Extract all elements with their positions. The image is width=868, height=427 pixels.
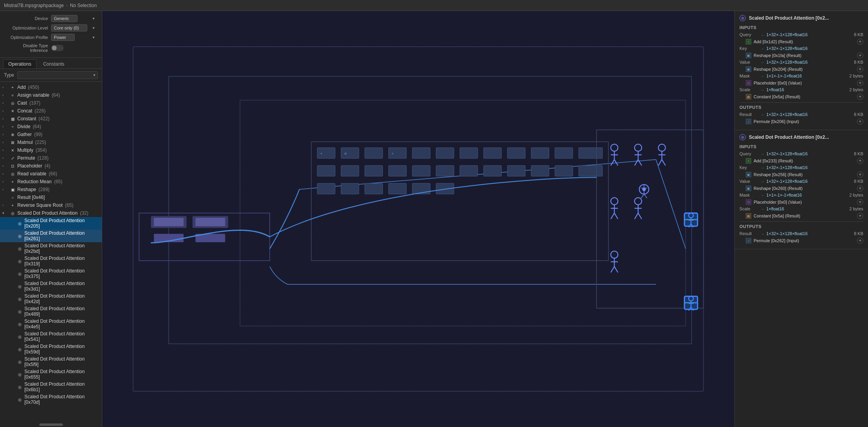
expand-arrow-sdpa[interactable]: ▾: [2, 211, 8, 215]
ops-item-concat[interactable]: ›✕Concat (226): [0, 107, 102, 115]
op-count-concat: (226): [35, 108, 46, 114]
reshape-icon: ▣: [746, 53, 751, 58]
expand-arrow-assign[interactable]: ›: [2, 93, 8, 97]
ops-item-sdpa_0x59d[interactable]: ◎Scaled Dot Product Attention [0x59d]: [0, 343, 102, 355]
ops-item-reshape[interactable]: ›▣Reshape (289): [0, 186, 102, 193]
op-icon-sdpa_0x319: ◎: [17, 258, 23, 264]
reshape-icon-2: ▣: [746, 66, 751, 72]
ops-item-sdpa_0x375[interactable]: ◎Scaled Dot Product Attention [0x375]: [0, 267, 102, 280]
opt-level-select[interactable]: Core only (0): [51, 24, 87, 31]
ops-item-constant[interactable]: ›▦Constant (422): [0, 115, 102, 123]
op-count-cast: (197): [29, 100, 40, 106]
ops-item-sdpa_0x42d[interactable]: ◎Scaled Dot Product Attention [0x42d]: [0, 293, 102, 305]
disable-type-toggle[interactable]: [51, 45, 64, 51]
ops-item-permute[interactable]: ›⤢Permute (128): [0, 154, 102, 162]
expand-arrow-reshape[interactable]: ›: [2, 188, 8, 191]
op-icon-sdpa_0x655: ◎: [17, 371, 23, 377]
ops-item-placeholder[interactable]: ›⊡Placeholder (4): [0, 162, 102, 170]
ops-item-sdpa_0x70d[interactable]: ◎Scaled Dot Product Attention [0x70d]: [0, 393, 102, 406]
permute-icon: ⤢: [746, 119, 751, 124]
ops-item-read_variable[interactable]: ›◎Read variable (66): [0, 170, 102, 178]
op-label-sdpa_0x261: Scaled Dot Product Attention [0x261]: [24, 230, 99, 241]
type-select[interactable]: [17, 71, 98, 79]
ops-item-reverse_sqrt[interactable]: ›+Reverse Square Root (65): [0, 201, 102, 209]
ops-item-reduction_mean[interactable]: ›+Reduction Mean (65): [0, 178, 102, 186]
expand-arrow-cast[interactable]: ›: [2, 101, 8, 105]
ops-item-matmul[interactable]: ›⊠Matmul (225): [0, 138, 102, 146]
expand-arrow-read_variable[interactable]: ›: [2, 172, 8, 176]
device-select[interactable]: Generic: [51, 15, 77, 22]
op-count-multiply: (354): [36, 147, 47, 153]
op-icon-sdpa_0x42d: ◎: [17, 296, 23, 302]
op-label-constant: Constant: [17, 116, 36, 121]
ops-item-sdpa_0x205[interactable]: ◎Scaled Dot Product Attention [0x205]: [0, 217, 102, 230]
constant-icon-2: ▦: [746, 213, 751, 219]
canvas-area[interactable]: + ✕ +: [102, 11, 734, 427]
op-count-reverse_sqrt: (65): [65, 202, 73, 208]
ops-item-divide[interactable]: ›÷Divide (64): [0, 123, 102, 131]
expand-arrow-multiply[interactable]: ›: [2, 148, 8, 152]
left-panel: Device Generic Optimization Level Core o…: [0, 11, 102, 427]
expand-arrow-reduction_mean[interactable]: ›: [2, 180, 8, 184]
ops-item-sdpa_0x6b1[interactable]: ◎Scaled Dot Product Attention [0x6b1]: [0, 381, 102, 393]
expand-arrow-constant[interactable]: ›: [2, 117, 8, 121]
ops-item-cast[interactable]: ›◎Cast (197): [0, 99, 102, 107]
ops-item-sdpa_0x655[interactable]: ◎Scaled Dot Product Attention [0x655]: [0, 368, 102, 381]
ops-item-sdpa_0x4e5[interactable]: ◎Scaled Dot Product Attention [0x4e5]: [0, 318, 102, 330]
op-icon-sdpa_0x5f9: ◎: [17, 359, 23, 365]
svg-rect-30: [341, 166, 359, 176]
ops-item-sdpa_0x3d1[interactable]: ◎Scaled Dot Product Attention [0x3d1]: [0, 280, 102, 293]
ops-item-sdpa_0x261[interactable]: ◎Scaled Dot Product Attention [0x261]: [0, 230, 102, 242]
card2-outputs-label: Outputs: [739, 224, 863, 229]
value-2-add-btn[interactable]: +: [857, 185, 863, 191]
query-1-add-btn[interactable]: +: [857, 39, 863, 45]
op-icon-placeholder: ⊡: [9, 163, 16, 169]
card1-outputs-label: Outputs: [739, 105, 863, 110]
expand-arrow-concat[interactable]: ›: [2, 109, 8, 113]
key-2-add-btn[interactable]: +: [857, 171, 863, 178]
card1-icon: ◎: [739, 15, 746, 21]
ops-list[interactable]: ›+Add (450)›≈Assign variable (64)›◎Cast …: [0, 82, 102, 422]
mask-2-add-btn[interactable]: +: [857, 199, 863, 205]
expand-arrow-add[interactable]: ›: [2, 85, 8, 89]
tab-constants[interactable]: Constants: [38, 59, 70, 68]
expand-arrow-placeholder[interactable]: ›: [2, 164, 8, 168]
op-label-sdpa_0x205: Scaled Dot Product Attention [0x205]: [24, 218, 99, 229]
key-1-add-btn[interactable]: +: [857, 52, 863, 59]
op-icon-reverse_sqrt: +: [9, 202, 16, 208]
value-1-add-btn[interactable]: +: [857, 66, 863, 72]
ops-item-assign[interactable]: ›≈Assign variable (64): [0, 91, 102, 99]
ops-item-gather[interactable]: ›⊕Gather (99): [0, 131, 102, 138]
expand-arrow-matmul[interactable]: ›: [2, 140, 8, 144]
divider-2: [739, 221, 863, 222]
ops-item-result_0x46[interactable]: ○Result [0x46]: [0, 193, 102, 201]
svg-rect-24: [484, 148, 501, 158]
expand-arrow-permute[interactable]: ›: [2, 156, 8, 160]
svg-rect-23: [460, 148, 478, 158]
ops-item-sdpa_0x2bd[interactable]: ◎Scaled Dot Product Attention [0x2bd]: [0, 242, 102, 255]
expand-arrow-gather[interactable]: ›: [2, 133, 8, 136]
op-label-matmul: Matmul: [17, 140, 33, 145]
op-icon-reduction_mean: +: [9, 179, 16, 185]
ops-item-sdpa[interactable]: ▾◎Scaled Dot Product Attention (32): [0, 209, 102, 217]
ops-item-sdpa_0x541[interactable]: ◎Scaled Dot Product Attention [0x541]: [0, 330, 102, 343]
add-icon-2: +: [746, 158, 751, 164]
opt-profile-select[interactable]: Power: [51, 34, 75, 41]
ops-item-multiply[interactable]: ›✕Multiply (354): [0, 146, 102, 154]
op-count-sdpa: (32): [80, 210, 88, 216]
tab-operations[interactable]: Operations: [3, 59, 37, 68]
result-2-add-btn[interactable]: +: [857, 237, 863, 244]
expand-arrow-reverse_sqrt[interactable]: ›: [2, 203, 8, 207]
scale-1-add-btn[interactable]: +: [857, 94, 863, 100]
mask-1-add-btn[interactable]: +: [857, 80, 863, 86]
ops-item-sdpa_0x319[interactable]: ◎Scaled Dot Product Attention [0x319]: [0, 255, 102, 267]
ops-item-add[interactable]: ›+Add (450): [0, 83, 102, 91]
result-1-add-btn[interactable]: +: [857, 118, 863, 125]
expand-arrow-divide[interactable]: ›: [2, 125, 8, 129]
ops-item-sdpa_0x5f9[interactable]: ◎Scaled Dot Product Attention [0x5f9]: [0, 355, 102, 368]
scale-2-add-btn[interactable]: +: [857, 213, 863, 219]
query-2-add-btn[interactable]: +: [857, 158, 863, 164]
ops-item-sdpa_0x489[interactable]: ◎Scaled Dot Product Attention [0x489]: [0, 305, 102, 318]
op-icon-sdpa_0x541: ◎: [17, 333, 23, 340]
breadcrumb-item-1[interactable]: Mistral7B.mpsgraphpackage: [4, 3, 64, 8]
